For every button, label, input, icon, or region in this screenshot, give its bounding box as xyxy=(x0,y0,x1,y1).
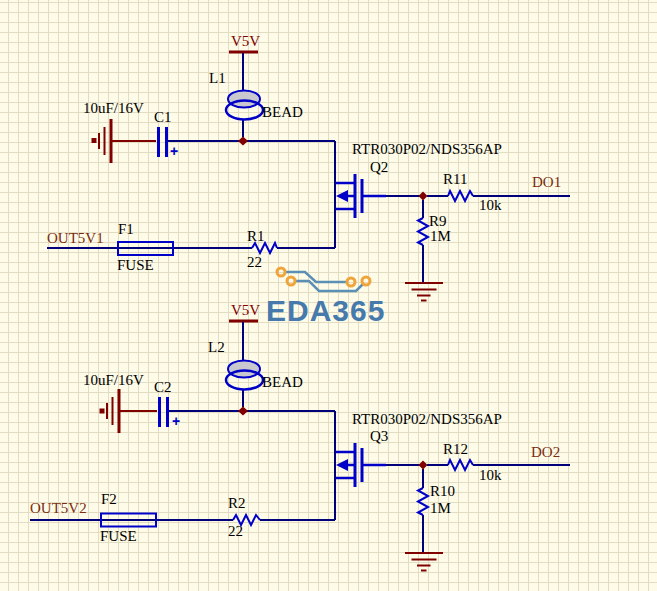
designator-l1[interactable]: L1 xyxy=(209,71,226,86)
resistor-r11[interactable] xyxy=(448,191,473,201)
net-label-do1[interactable]: DO1 xyxy=(532,175,561,190)
wires-circuit-2[interactable] xyxy=(30,322,570,552)
net-label-out5v1[interactable]: OUT5V1 xyxy=(47,231,104,246)
mosfet-q2[interactable] xyxy=(336,174,386,218)
ground-symbol-2[interactable] xyxy=(405,553,443,571)
net-label-do2[interactable]: DO2 xyxy=(531,445,560,460)
mosfet-q3[interactable] xyxy=(336,443,386,487)
value-r10[interactable]: 1M xyxy=(430,501,451,516)
eda365-watermark-traces xyxy=(277,268,370,291)
ferrite-bead-l1[interactable] xyxy=(226,91,263,120)
value-c2[interactable]: 10uF/16V xyxy=(83,373,144,388)
value-fuse-2[interactable]: FUSE xyxy=(100,529,137,544)
value-r11[interactable]: 10k xyxy=(479,198,502,213)
designator-f2[interactable]: F2 xyxy=(101,492,117,507)
designator-f1[interactable]: F1 xyxy=(118,222,134,237)
designator-c1[interactable]: C1 xyxy=(154,110,172,125)
power-ground-symbol-1[interactable] xyxy=(92,119,157,163)
designator-q3[interactable]: Q3 xyxy=(370,429,388,444)
designator-r11[interactable]: R11 xyxy=(443,172,467,187)
ferrite-bead-l2[interactable] xyxy=(226,361,263,390)
designator-l2[interactable]: L2 xyxy=(208,340,225,355)
polarity-mark-c2: + xyxy=(172,414,180,428)
resistor-r10[interactable] xyxy=(418,488,428,515)
designator-r10[interactable]: R10 xyxy=(430,484,455,499)
value-r2[interactable]: 22 xyxy=(228,524,243,539)
schematic-canvas[interactable]: V5V L1 BEAD 10uF/16V C1 + OUT5V1 F1 FUSE… xyxy=(0,0,657,591)
designator-c2[interactable]: C2 xyxy=(154,380,172,395)
resistor-r12[interactable] xyxy=(448,460,473,470)
value-r9[interactable]: 1M xyxy=(430,229,451,244)
part-number-q3[interactable]: RTR030P02/NDS356AP xyxy=(352,412,502,427)
eda365-watermark-text: EDA365 xyxy=(266,296,385,326)
ground-symbol-1[interactable] xyxy=(405,283,443,301)
designator-q2[interactable]: Q2 xyxy=(370,160,388,175)
power-label-v5v-2[interactable]: V5V xyxy=(231,303,260,318)
capacitor-c2[interactable] xyxy=(160,397,168,427)
polarity-mark-c1: + xyxy=(170,144,178,158)
part-number-q2[interactable]: RTR030P02/NDS356AP xyxy=(352,142,502,157)
net-label-out5v2[interactable]: OUT5V2 xyxy=(30,501,87,516)
power-label-v5v-1[interactable]: V5V xyxy=(231,34,260,49)
resistor-r9[interactable] xyxy=(418,218,428,245)
value-r12[interactable]: 10k xyxy=(479,468,502,483)
value-bead-2[interactable]: BEAD xyxy=(262,375,303,390)
resistor-r1[interactable] xyxy=(252,243,277,253)
value-fuse-1[interactable]: FUSE xyxy=(117,258,154,273)
capacitor-c1[interactable] xyxy=(159,127,167,157)
wires-circuit-1[interactable] xyxy=(47,53,570,282)
value-r1[interactable]: 22 xyxy=(247,255,262,270)
designator-r9[interactable]: R9 xyxy=(429,214,447,229)
power-ground-symbol-2[interactable] xyxy=(100,389,158,433)
designator-r2[interactable]: R2 xyxy=(228,496,246,511)
value-bead-1[interactable]: BEAD xyxy=(262,105,303,120)
value-c1[interactable]: 10uF/16V xyxy=(83,101,144,116)
designator-r12[interactable]: R12 xyxy=(443,442,468,457)
designator-r1[interactable]: R1 xyxy=(247,229,265,244)
